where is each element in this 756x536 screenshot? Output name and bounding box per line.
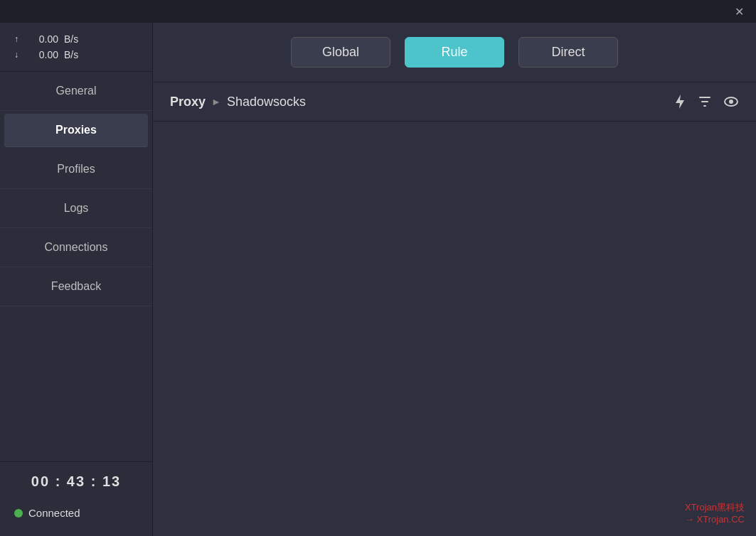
svg-rect-3: [703, 105, 706, 107]
rule-mode-button[interactable]: Rule: [405, 37, 504, 68]
connection-status: Connected: [14, 501, 138, 525]
download-arrow-icon: ↓: [14, 50, 24, 60]
mode-selector: Global Rule Direct: [153, 23, 756, 82]
stats-panel: ↑ 0.00 B/s ↓ 0.00 B/s: [0, 23, 152, 72]
svg-rect-1: [699, 97, 710, 98]
upload-stat: ↑ 0.00 B/s: [14, 31, 138, 47]
sidebar: ↑ 0.00 B/s ↓ 0.00 B/s General Proxies Pr…: [0, 23, 153, 536]
sidebar-item-connections[interactable]: Connections: [0, 228, 152, 267]
sidebar-item-logs[interactable]: Logs: [0, 189, 152, 228]
proxy-arrow-icon: ►: [211, 96, 221, 107]
sidebar-item-proxies[interactable]: Proxies: [4, 114, 148, 147]
upload-speed-value: 0.00: [30, 33, 58, 45]
proxy-list-area: [153, 122, 756, 536]
upload-speed-unit: B/s: [64, 33, 78, 45]
download-stat: ↓ 0.00 B/s: [14, 47, 138, 63]
download-speed-value: 0.00: [30, 49, 58, 60]
close-button[interactable]: ✕: [730, 3, 747, 20]
titlebar: ✕: [0, 0, 756, 23]
status-dot-icon: [14, 509, 23, 518]
lightning-icon[interactable]: [674, 94, 686, 109]
eye-icon[interactable]: [723, 96, 739, 107]
nav-items: General Proxies Profiles Logs Connection…: [0, 72, 152, 461]
filter-icon[interactable]: [698, 95, 712, 109]
proxy-actions: [674, 94, 739, 109]
upload-arrow-icon: ↑: [14, 34, 24, 44]
direct-mode-button[interactable]: Direct: [518, 37, 618, 68]
sidebar-bottom: 00 : 43 : 13 Connected: [0, 461, 152, 536]
svg-marker-0: [676, 95, 684, 109]
sidebar-item-general[interactable]: General: [0, 72, 152, 111]
main-layout: ↑ 0.00 B/s ↓ 0.00 B/s General Proxies Pr…: [0, 23, 756, 536]
proxy-title: Proxy ► Shadowsocks: [170, 95, 306, 109]
sidebar-item-feedback[interactable]: Feedback: [0, 267, 152, 306]
proxy-header: Proxy ► Shadowsocks: [153, 82, 756, 122]
proxy-value: Shadowsocks: [227, 95, 306, 109]
status-label: Connected: [28, 507, 80, 519]
sidebar-item-profiles[interactable]: Profiles: [0, 150, 152, 189]
session-timer: 00 : 43 : 13: [14, 473, 138, 490]
content-area: Global Rule Direct Proxy ► Shadowsocks: [153, 23, 756, 536]
download-speed-unit: B/s: [64, 49, 78, 60]
svg-point-5: [729, 100, 733, 104]
svg-rect-2: [701, 101, 708, 102]
global-mode-button[interactable]: Global: [291, 37, 390, 68]
proxy-label: Proxy: [170, 95, 206, 109]
